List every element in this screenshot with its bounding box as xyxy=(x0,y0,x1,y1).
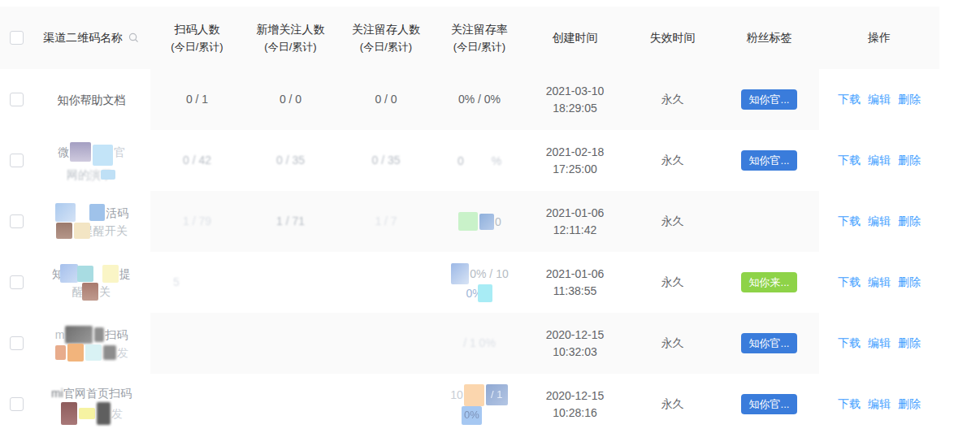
redaction-block xyxy=(93,145,113,166)
row-checkbox[interactable] xyxy=(10,93,24,106)
edit-link[interactable]: 编辑 xyxy=(868,335,891,352)
delete-link[interactable]: 删除 xyxy=(898,91,921,108)
delete-link[interactable]: 删除 xyxy=(898,152,921,169)
fan-tag-cell: 知你官... xyxy=(719,313,819,374)
qr-name-text: 官网首页扫码 xyxy=(63,384,132,402)
delete-link[interactable]: 删除 xyxy=(898,213,921,230)
qr-name-text: 发 xyxy=(117,344,128,362)
row-checkbox[interactable] xyxy=(10,214,24,228)
table-row: 知 提 醒开 关 5 0% / 10 0% xyxy=(0,252,939,313)
retain-rate-cell: 0% / 10 0% xyxy=(435,252,524,313)
redaction-block xyxy=(70,142,91,162)
created-time-cell: 2020-12-15 10:32:03 xyxy=(524,313,626,374)
redaction-block: 0% xyxy=(462,406,482,425)
column-header-scan: 扫码人数 (今日/累计) xyxy=(150,21,244,55)
expiry-cell: 永久 xyxy=(626,374,719,433)
retain-rate-cell: 0 xyxy=(435,191,524,252)
row-select-cell xyxy=(0,252,33,313)
qr-name-text: 官 xyxy=(114,143,125,161)
expiry-cell: 永久 xyxy=(626,69,719,130)
fan-tag-cell: 知你官... xyxy=(719,374,819,433)
qr-name-text: 微 xyxy=(58,143,69,161)
column-header-name: 渠道二维码名称 xyxy=(33,29,150,46)
retain-count-cell xyxy=(337,374,435,433)
fan-tag: 知你官... xyxy=(741,394,798,414)
redaction-block xyxy=(478,284,492,302)
table-header-row: 渠道二维码名称 扫码人数 (今日/累计) 新增关注人数 (今日/累计) 关注留存… xyxy=(0,6,939,69)
table-row: m 扫码 发 / 1 0% 2020-12-15 10:32:03 永久 知你官… xyxy=(0,313,939,374)
edit-link[interactable]: 编辑 xyxy=(868,396,891,413)
download-link[interactable]: 下载 xyxy=(838,91,861,108)
created-time-cell: 2021-03-10 18:29:05 xyxy=(524,69,626,130)
select-all-checkbox[interactable] xyxy=(10,31,24,45)
qr-name-text: 提 xyxy=(119,265,131,283)
download-link[interactable]: 下载 xyxy=(838,213,861,230)
fan-tag: 知你官... xyxy=(741,150,798,171)
qr-name-cell: mi 官网首页扫码 发 xyxy=(33,374,150,433)
fan-tag-cell: 知你官... xyxy=(719,130,819,191)
expiry-cell: 永久 xyxy=(626,313,719,374)
redaction-block xyxy=(79,408,95,419)
download-link[interactable]: 下载 xyxy=(838,152,861,169)
redaction-block xyxy=(82,283,98,301)
redaction-block xyxy=(451,263,469,284)
row-checkbox[interactable] xyxy=(10,336,24,350)
edit-link[interactable]: 编辑 xyxy=(868,213,891,230)
qr-name-text: 发 xyxy=(111,405,123,422)
qr-name-text: 活码 xyxy=(106,204,128,222)
row-select-cell xyxy=(0,313,33,374)
qr-name-text: 知你帮助文档 xyxy=(58,91,126,109)
retain-rate-cell: 0% / 0% xyxy=(435,69,524,130)
qr-name-cell: 活码 提醒开关 xyxy=(33,191,150,252)
expiry-cell: 永久 xyxy=(626,191,719,252)
scan-count-cell xyxy=(150,374,244,433)
qr-name-text: 关 xyxy=(99,283,111,301)
row-select-cell xyxy=(0,191,33,252)
download-link[interactable]: 下载 xyxy=(838,396,861,413)
redaction-block xyxy=(103,345,116,360)
column-header-expiry: 失效时间 xyxy=(626,29,719,46)
new-follow-cell xyxy=(244,252,337,313)
retain-count-cell xyxy=(337,313,435,374)
redaction-block xyxy=(85,344,102,361)
fan-tag-cell: 知你来... xyxy=(719,252,819,313)
delete-link[interactable]: 删除 xyxy=(898,274,921,291)
redaction-block xyxy=(61,402,77,425)
row-select-cell xyxy=(0,130,33,191)
delete-link[interactable]: 删除 xyxy=(898,396,921,413)
fan-tag-cell: 知你官... xyxy=(719,69,819,130)
qr-name-cell: m 扫码 发 xyxy=(33,313,150,374)
qr-name-text: m xyxy=(55,326,65,344)
name-column-label: 渠道二维码名称 xyxy=(43,29,123,46)
created-time-cell: 2020-12-15 10:28:16 xyxy=(524,374,626,433)
expiry-cell: 永久 xyxy=(626,252,719,313)
row-checkbox[interactable] xyxy=(10,275,24,289)
download-link[interactable]: 下载 xyxy=(838,335,861,352)
search-icon[interactable] xyxy=(128,32,140,44)
actions-cell: 下载 编辑 删除 xyxy=(819,252,939,313)
redaction-block xyxy=(102,265,119,283)
row-checkbox[interactable] xyxy=(10,154,24,167)
download-link[interactable]: 下载 xyxy=(838,274,861,291)
retain-count-cell: 1 / 7 xyxy=(337,191,435,252)
scan-count-cell: 0 / 42 xyxy=(150,130,244,191)
redaction-block xyxy=(97,402,111,425)
qr-name-cell: 微 官 网的演示 xyxy=(33,130,150,191)
redaction-block xyxy=(67,344,84,362)
row-checkbox[interactable] xyxy=(10,397,24,411)
redaction-block xyxy=(65,326,93,344)
delete-link[interactable]: 删除 xyxy=(898,335,921,352)
qr-name-text: mi xyxy=(51,384,63,402)
retain-count-cell: 0 / 35 xyxy=(337,130,435,191)
redaction-block xyxy=(464,384,484,406)
scan-count-cell: 0 / 1 xyxy=(150,69,244,130)
select-all-cell xyxy=(0,31,33,45)
qr-code-table: 渠道二维码名称 扫码人数 (今日/累计) 新增关注人数 (今日/累计) 关注留存… xyxy=(0,6,939,433)
qr-name-cell: 知 提 醒开 关 xyxy=(33,252,150,313)
column-header-new-follow: 新增关注人数 (今日/累计) xyxy=(244,21,337,55)
redaction-block xyxy=(101,170,115,180)
edit-link[interactable]: 编辑 xyxy=(868,91,891,108)
edit-link[interactable]: 编辑 xyxy=(868,274,891,291)
edit-link[interactable]: 编辑 xyxy=(868,152,891,169)
expiry-cell: 永久 xyxy=(626,130,719,191)
